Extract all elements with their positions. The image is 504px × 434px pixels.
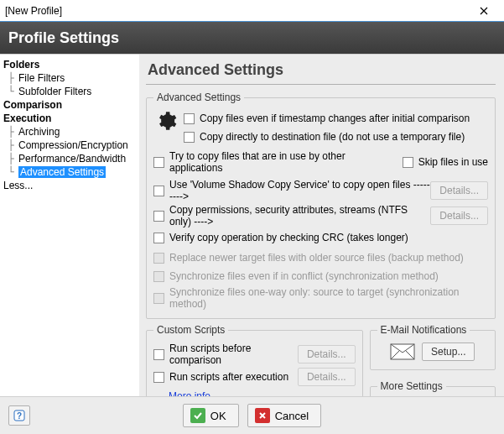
label-copy-even-timestamp: Copy files even if timestamp changes aft… xyxy=(200,112,470,124)
dialog-footer: ? OK Cancel xyxy=(0,396,504,434)
label-use-vss: Use 'Volume Shadow Copy Service' to copy… xyxy=(169,179,430,202)
dialog-header-title: Profile Settings xyxy=(8,29,119,47)
checkbox-copy-direct[interactable] xyxy=(184,132,195,143)
close-icon xyxy=(480,7,488,15)
scripts-after-details-button[interactable]: Details... xyxy=(298,368,356,386)
checkbox-copy-even-timestamp[interactable] xyxy=(184,113,195,124)
custom-scripts-group: Custom Scripts Run scripts before compar… xyxy=(146,324,363,396)
checkbox-replace-newer xyxy=(153,253,164,264)
label-scripts-after: Run scripts after execution xyxy=(169,371,298,383)
label-sync-oneway: Synchronize files one-way only: source t… xyxy=(169,286,488,310)
label-verify-crc: Verify copy operation by checking CRC (t… xyxy=(169,232,408,243)
label-sync-conflict: Synchronize files even if in conflict (s… xyxy=(169,270,439,282)
checkbox-scripts-after[interactable] xyxy=(153,372,164,383)
checkbox-skip-inuse[interactable] xyxy=(403,157,413,168)
label-replace-newer: Replace newer target files with older so… xyxy=(169,252,464,264)
checkbox-sync-oneway xyxy=(153,293,164,304)
dialog-header: Profile Settings xyxy=(0,22,504,54)
titlebar: [New Profile] xyxy=(0,0,504,22)
nav-tree: Folders ├File Filters └Subfolder Filters… xyxy=(0,54,139,396)
content-pane: Advanced Settings Advanced Settings Copy… xyxy=(139,54,504,396)
help-icon: ? xyxy=(13,410,25,421)
email-setup-button[interactable]: Setup... xyxy=(422,342,475,361)
label-copy-direct: Copy directly to destination file (do no… xyxy=(200,131,465,143)
label-scripts-before: Run scripts before comparison xyxy=(169,342,298,366)
vss-details-button[interactable]: Details... xyxy=(430,181,488,200)
email-notifications-legend: E-Mail Notifications xyxy=(377,324,470,336)
window-title: [New Profile] xyxy=(5,5,467,17)
tree-cat-folders[interactable]: Folders xyxy=(0,58,139,71)
tree-label: Subfolder Filters xyxy=(18,86,91,97)
gear-icon xyxy=(155,110,177,132)
cancel-button[interactable]: Cancel xyxy=(247,404,321,427)
page-title: Advanced Settings xyxy=(146,60,496,85)
svg-text:?: ? xyxy=(17,411,22,421)
tree-cat-execution[interactable]: Execution xyxy=(0,112,139,125)
email-notifications-group: E-Mail Notifications Setup... xyxy=(370,324,496,370)
ok-label: OK xyxy=(210,410,226,422)
checkbox-verify-crc[interactable] xyxy=(153,233,164,243)
advanced-settings-legend: Advanced Settings xyxy=(153,92,244,103)
more-settings-group: More Settings More Settings... xyxy=(370,380,496,396)
check-icon xyxy=(190,408,205,423)
tree-item-compression[interactable]: ├Compression/Encryption xyxy=(0,139,139,152)
more-settings-legend: More Settings xyxy=(377,380,446,392)
cancel-label: Cancel xyxy=(275,410,309,422)
tree-label: Archiving xyxy=(18,126,60,138)
scripts-more-info-link[interactable]: More info... xyxy=(169,390,219,396)
label-skip-inuse: Skip files in use xyxy=(418,156,488,168)
tree-cat-comparison[interactable]: Comparison xyxy=(0,98,139,112)
advanced-settings-group: Advanced Settings Copy files even if tim… xyxy=(146,92,496,319)
ok-button[interactable]: OK xyxy=(183,404,239,427)
label-copy-permissions: Copy permissions, security attributes, s… xyxy=(169,204,430,227)
label-try-copy-inuse: Try to copy files that are in use by oth… xyxy=(169,150,387,174)
tree-label: File Filters xyxy=(18,72,65,84)
perms-details-button[interactable]: Details... xyxy=(430,207,488,225)
tree-item-advanced-settings[interactable]: └Advanced Settings xyxy=(0,165,139,179)
tree-item-performance[interactable]: ├Performance/Bandwidth xyxy=(0,152,139,165)
tree-item-subfolder-filters[interactable]: └Subfolder Filters xyxy=(0,85,139,98)
tree-item-archiving[interactable]: ├Archiving xyxy=(0,125,139,139)
tree-item-file-filters[interactable]: ├File Filters xyxy=(0,71,139,85)
checkbox-sync-conflict xyxy=(153,271,164,282)
tree-label: Performance/Bandwidth xyxy=(18,153,126,165)
envelope-icon xyxy=(390,343,415,360)
checkbox-scripts-before[interactable] xyxy=(153,349,164,360)
cancel-icon xyxy=(255,408,270,423)
tree-cat-less[interactable]: Less... xyxy=(0,179,139,192)
scripts-before-details-button[interactable]: Details... xyxy=(298,345,356,363)
checkbox-try-copy-inuse[interactable] xyxy=(153,157,164,168)
main-area: Folders ├File Filters └Subfolder Filters… xyxy=(0,54,504,396)
tree-label: Compression/Encryption xyxy=(18,139,128,151)
custom-scripts-legend: Custom Scripts xyxy=(153,324,228,336)
checkbox-copy-permissions[interactable] xyxy=(153,211,164,222)
window-close-button[interactable] xyxy=(467,1,501,21)
tree-label: Advanced Settings xyxy=(18,166,106,178)
help-button[interactable]: ? xyxy=(8,405,30,426)
checkbox-use-vss[interactable] xyxy=(153,186,164,196)
